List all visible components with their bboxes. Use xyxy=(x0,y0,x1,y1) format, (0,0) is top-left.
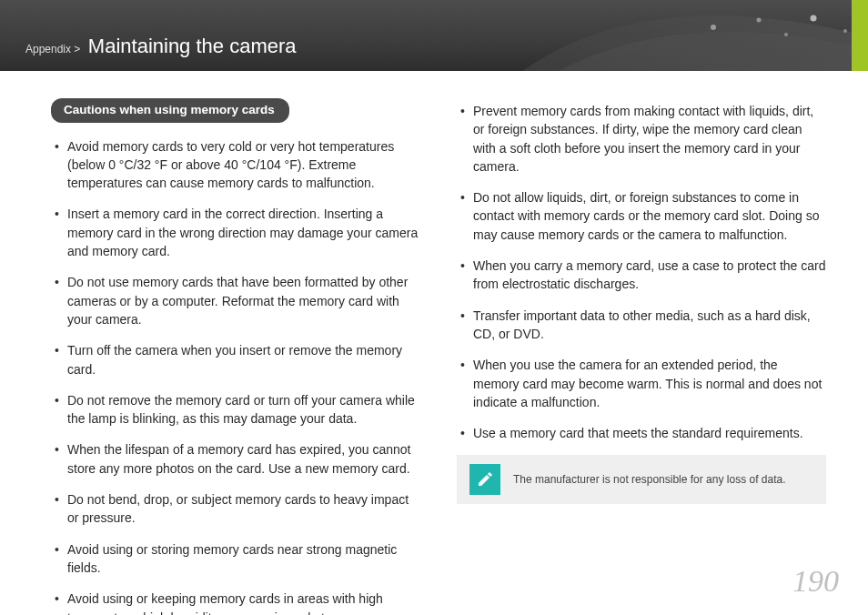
svg-point-4 xyxy=(843,29,847,33)
section-heading-pill: Cautions when using memory cards xyxy=(51,98,289,123)
list-item: Transfer important data to other media, … xyxy=(460,307,826,344)
list-item: Avoid using or keeping memory cards in a… xyxy=(55,590,420,615)
left-column: Cautions when using memory cards Avoid m… xyxy=(51,98,420,615)
list-item: Prevent memory cards from making contact… xyxy=(460,102,826,176)
list-item: When you use the camera for an extended … xyxy=(460,356,826,411)
breadcrumb-prefix: Appendix > xyxy=(25,43,80,55)
side-accent-tab xyxy=(852,0,868,71)
svg-point-0 xyxy=(711,25,716,30)
list-item: Do not allow liquids, dirt, or foreign s… xyxy=(460,188,826,244)
list-item: Use a memory card that meets the standar… xyxy=(460,424,826,442)
svg-point-3 xyxy=(811,15,817,22)
list-item: Insert a memory card in the correct dire… xyxy=(55,205,420,260)
list-item: Avoid using or storing memory cards near… xyxy=(55,540,420,578)
list-item: When you carry a memory card, use a case… xyxy=(460,257,826,294)
left-bullet-list: Avoid memory cards to very cold or very … xyxy=(51,137,420,615)
list-item: Do not use memory cards that have been f… xyxy=(55,273,420,328)
note-pencil-icon xyxy=(469,464,500,495)
list-item: Do not bend, drop, or subject memory car… xyxy=(55,490,420,528)
breadcrumb: Appendix > Maintaining the camera xyxy=(25,35,297,58)
page-number: 190 xyxy=(792,564,839,599)
page-title: Maintaining the camera xyxy=(88,35,297,57)
list-item: When the lifespan of a memory card has e… xyxy=(55,440,420,478)
header-decoration xyxy=(486,0,868,71)
right-bullet-list: Prevent memory cards from making contact… xyxy=(457,102,826,442)
right-column: Prevent memory cards from making contact… xyxy=(457,98,826,615)
page-header: Appendix > Maintaining the camera xyxy=(0,0,868,71)
note-callout: The manufacturer is not responsible for … xyxy=(457,455,826,504)
page-root: Appendix > Maintaining the camera Cautio… xyxy=(0,0,868,615)
svg-point-2 xyxy=(784,33,788,36)
content-area: Cautions when using memory cards Avoid m… xyxy=(0,71,868,615)
list-item: Avoid memory cards to very cold or very … xyxy=(55,137,420,193)
note-text: The manufacturer is not responsible for … xyxy=(513,472,786,488)
svg-point-1 xyxy=(757,18,762,23)
list-item: Turn off the camera when you insert or r… xyxy=(55,341,420,378)
list-item: Do not remove the memory card or turn of… xyxy=(55,391,420,428)
